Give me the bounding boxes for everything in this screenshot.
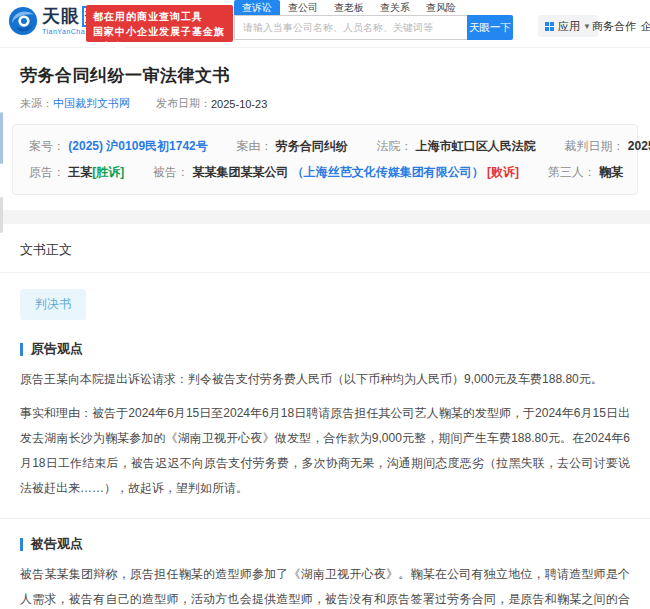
judge-date-label: 裁判日期：: [565, 139, 625, 153]
section-heading: 被告观点: [20, 535, 630, 553]
source-label: 来源：: [20, 96, 53, 111]
defendant-label: 被告：: [153, 165, 189, 179]
left-scroll-indicator-secondary[interactable]: [0, 197, 3, 233]
source-link[interactable]: 中国裁判文书网: [53, 96, 130, 111]
publish-date: 2025-10-23: [211, 98, 267, 110]
article-header-card: 劳务合同纠纷一审法律文书 来源： 中国裁判文书网 发布日期： 2025-10-2…: [0, 48, 650, 210]
paragraph: 被告某某集团辩称，原告担任鞠某的造型师参加了《湖南卫视开心夜》。鞠某在公司有独立…: [20, 562, 630, 609]
section-heading-text: 被告观点: [31, 535, 83, 553]
plaintiff-win-tag: [胜诉]: [92, 165, 124, 179]
brand-cn-prefix: 天眼: [42, 6, 80, 26]
plaintiff-label: 原告：: [29, 165, 65, 179]
search-tab-relation[interactable]: 查关系: [372, 0, 418, 15]
section-defendant-view: 被告观点 被告某某集团辩称，原告担任鞠某的造型师参加了《湖南卫视开心夜》。鞠某在…: [0, 535, 650, 609]
paragraph: 原告王某向本院提出诉讼请求：判令被告支付劳务费人民币（以下币种均为人民币）9,0…: [20, 367, 630, 392]
search-tabs: 查诉讼 查公司 查老板 查关系 查风险: [234, 0, 513, 15]
court-value: 上海市虹口区人民法院: [416, 139, 536, 153]
paragraph: 事实和理由：被告于2024年6月15日至2024年6月18日聘请原告担任其公司艺…: [20, 401, 630, 501]
cause-label: 案由：: [236, 139, 272, 153]
page-title: 劳务合同纠纷一审法律文书: [20, 64, 630, 87]
case-no-label: 案号：: [29, 139, 65, 153]
search-button[interactable]: 天眼一下: [467, 15, 513, 40]
cause-value: 劳务合同纠纷: [276, 139, 348, 153]
defendant-lose-tag: [败诉]: [487, 165, 519, 179]
search-module: 查诉讼 查公司 查老板 查关系 查风险 天眼一下: [234, 0, 513, 40]
plaintiff-name: 王某: [68, 165, 92, 179]
judge-date-value: 2025-07-11: [628, 139, 650, 153]
chevron-down-icon: ▼: [583, 22, 591, 31]
nav-business-cooperation[interactable]: 商务合作: [592, 19, 636, 34]
section-plaintiff-view: 原告观点 原告王某向本院提出诉讼请求：判令被告支付劳务费人民币（以下币种均为人民…: [0, 340, 650, 501]
promo-banner[interactable]: 都在用的商业查询工具 国家中小企业发展子基金旗下机构: [86, 5, 233, 42]
court-label: 法院：: [376, 139, 412, 153]
search-tab-company[interactable]: 查公司: [280, 0, 326, 15]
search-tab-boss[interactable]: 查老板: [326, 0, 372, 15]
case-meta-box: 案号： (2025) 沪0109民初1742号 案由： 劳务合同纠纷 法院： 上…: [12, 124, 638, 195]
apps-menu-label: 应用: [558, 19, 580, 34]
document-body-card: 文书正文 判决书 原告观点 原告王某向本院提出诉讼请求：判令被告支付劳务费人民币…: [0, 224, 650, 609]
defendant-name: 某某集团某某公司: [192, 165, 288, 179]
eye-logo-icon: [8, 6, 38, 36]
third-party-name: 鞠某: [599, 165, 623, 179]
section-heading-text: 原告观点: [31, 340, 83, 358]
case-meta-row-1: 案号： (2025) 沪0109民初1742号 案由： 劳务合同纠纷 法院： 上…: [29, 133, 621, 159]
doc-type-badge[interactable]: 判决书: [20, 289, 86, 320]
document-body-title: 文书正文: [0, 224, 650, 273]
case-no-link[interactable]: (2025) 沪0109民初1742号: [68, 139, 207, 153]
search-tab-risk[interactable]: 查风险: [418, 0, 464, 15]
promo-banner-line2: 国家中小企业发展子基金旗下机构: [93, 24, 226, 54]
section-divider: [0, 518, 650, 519]
section-bar-icon: [20, 538, 23, 551]
nav-enterprise[interactable]: 企: [641, 19, 650, 34]
promo-banner-line1: 都在用的商业查询工具: [93, 9, 226, 24]
defendant-company-link[interactable]: （上海丝芭文化传媒集团有限公司）: [292, 165, 484, 179]
case-meta-row-2: 原告： 王某[胜诉] 被告： 某某集团某某公司 （上海丝芭文化传媒集团有限公司）…: [29, 159, 621, 185]
section-heading: 原告观点: [20, 340, 630, 358]
left-scroll-indicator[interactable]: [0, 112, 3, 164]
search-input[interactable]: [234, 15, 467, 40]
publish-date-label: 发布日期：: [156, 96, 211, 111]
apps-grid-icon: [545, 22, 554, 31]
third-party-label: 第三人：: [548, 165, 596, 179]
section-bar-icon: [20, 343, 23, 356]
apps-menu-button[interactable]: 应用 ▼: [538, 15, 598, 37]
search-tab-lawsuit[interactable]: 查诉讼: [234, 0, 280, 15]
top-header: 天眼查 TianYanCha.com 都在用的商业查询工具 国家中小企业发展子基…: [0, 0, 650, 48]
